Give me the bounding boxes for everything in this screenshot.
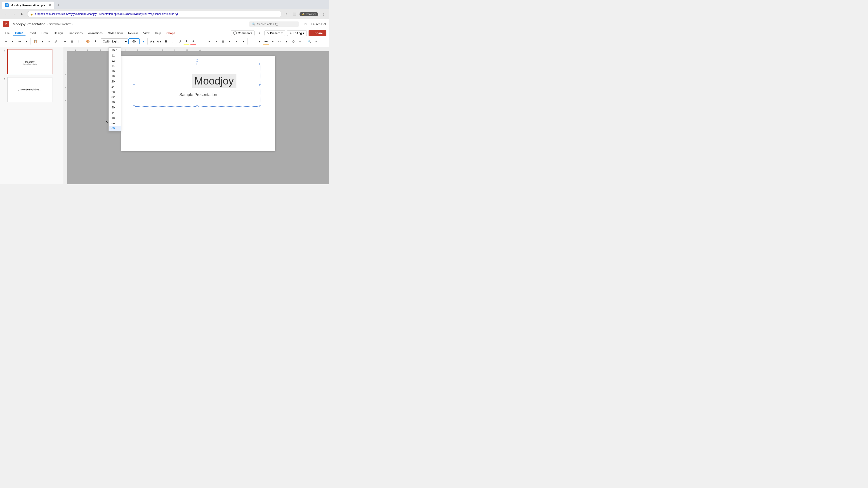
address-bar-row: ← → ↻ 🔒 dropbox.com/scl/fi/ds8xk05ovlyty… <box>0 9 329 19</box>
back-button[interactable]: ← <box>3 11 9 17</box>
font-size-decrease-button[interactable]: A▼ <box>156 38 162 44</box>
bullets-button[interactable]: ≡ <box>206 38 213 44</box>
slide-thumbnail-2[interactable]: Insert the words Here This is an explana… <box>7 77 53 102</box>
bold-button[interactable]: B <box>163 38 169 44</box>
font-size-option-18[interactable]: 18 <box>109 74 121 79</box>
outline-button[interactable]: ▭ <box>276 38 283 44</box>
shape-chevron[interactable]: ▾ <box>256 38 262 44</box>
forward-button[interactable]: → <box>11 11 17 17</box>
format-painter-button[interactable]: 🖌 <box>53 38 59 44</box>
slide-options-button[interactable]: ⋮ <box>75 38 82 44</box>
slide-thumbnail-1[interactable]: Moodjoy Sample Presentation <box>7 49 53 74</box>
numbering-button[interactable]: ⊟ <box>220 38 226 44</box>
incognito-badge: 🕵 Incognito <box>300 12 318 16</box>
numbering-chevron[interactable]: ▾ <box>226 38 233 44</box>
handle-tl[interactable] <box>133 63 135 65</box>
shape-button[interactable]: ○ <box>249 38 256 44</box>
font-size-option-60[interactable]: 60 <box>109 126 121 131</box>
comments-button[interactable]: 💬 Comments <box>231 30 254 36</box>
find-chevron[interactable]: ▾ <box>313 38 319 44</box>
bookmark-button[interactable]: ☆ <box>283 11 289 17</box>
menu-review[interactable]: Review <box>126 31 140 36</box>
align-chevron[interactable]: ▾ <box>240 38 246 44</box>
tab-close-button[interactable]: ✕ <box>49 4 51 7</box>
font-size-option-24[interactable]: 24 <box>109 84 121 89</box>
font-size-option-32[interactable]: 32 <box>109 94 121 100</box>
undo-chevron[interactable]: ▾ <box>9 38 16 44</box>
share-button[interactable]: ↑ Share <box>309 30 327 36</box>
font-size-option-10-5[interactable]: 10.5 <box>109 48 121 53</box>
cut-button[interactable]: ✂ <box>46 38 52 44</box>
menu-view[interactable]: View <box>141 31 152 36</box>
font-size-option-54[interactable]: 54 <box>109 121 121 126</box>
font-size-option-36[interactable]: 36 <box>109 100 121 105</box>
font-size-option-44[interactable]: 44 <box>109 110 121 115</box>
font-size-option-28[interactable]: 28 <box>109 89 121 94</box>
fill-button[interactable]: ▬ <box>263 38 269 44</box>
handle-bc[interactable] <box>196 105 198 107</box>
more-text-options[interactable]: ··· <box>197 38 203 44</box>
view-options-button[interactable]: ≡ <box>256 30 263 36</box>
theme-button[interactable]: 🎨 <box>85 38 91 44</box>
font-color-button[interactable]: A <box>190 38 196 44</box>
paste-button[interactable]: 📋 <box>32 38 39 44</box>
menu-dots-button[interactable]: ⋮ <box>320 11 327 17</box>
menu-design[interactable]: Design <box>52 31 65 36</box>
font-size-option-48[interactable]: 48 <box>109 115 121 121</box>
layout-button[interactable]: ⊞ <box>69 38 75 44</box>
settings-icon[interactable]: ⚙ <box>303 21 309 27</box>
redo-chevron[interactable]: ▾ <box>23 38 29 44</box>
menu-file[interactable]: File <box>3 31 12 36</box>
align-button[interactable]: ≡ <box>233 38 240 44</box>
handle-ml[interactable] <box>133 84 135 86</box>
editing-button[interactable]: ✏ Editing ▾ <box>287 30 307 36</box>
highlight-button[interactable]: A <box>183 38 190 44</box>
font-size-chevron[interactable]: ▾ <box>140 38 147 44</box>
paste-chevron[interactable]: ▾ <box>39 38 45 44</box>
font-size-increase-button[interactable]: A▲ <box>149 38 156 44</box>
redo-button[interactable]: ↪ <box>16 38 23 44</box>
underline-button[interactable]: U <box>177 38 183 44</box>
bullets-chevron[interactable]: ▾ <box>213 38 219 44</box>
present-button[interactable]: ▷ Present ▾ <box>265 30 285 36</box>
new-tab-button[interactable]: + <box>55 2 61 8</box>
font-size-option-14[interactable]: 14 <box>109 63 121 68</box>
address-bar[interactable]: 🔒 dropbox.com/scl/fi/ds8xk05ovlytyxnalh0… <box>27 11 281 18</box>
menu-shape[interactable]: Shape <box>164 31 178 36</box>
font-size-input[interactable] <box>128 38 140 44</box>
menu-transitions[interactable]: Transitions <box>66 31 85 36</box>
handle-tr[interactable] <box>259 63 261 65</box>
handle-br[interactable] <box>259 105 261 107</box>
undo-button[interactable]: ↩ <box>3 38 9 44</box>
browser-tab[interactable]: M Moodjoy Presentation.pptx ✕ <box>2 2 54 9</box>
menu-animations[interactable]: Animations <box>86 31 105 36</box>
menu-help[interactable]: Help <box>153 31 163 36</box>
font-size-option-40[interactable]: 40 <box>109 105 121 110</box>
italic-button[interactable]: I <box>170 38 176 44</box>
menu-home[interactable]: Home <box>13 30 26 36</box>
split-screen-button[interactable]: ⬜ <box>291 11 298 17</box>
reset-button[interactable]: ↺ <box>92 38 98 44</box>
handle-bl[interactable] <box>133 105 135 107</box>
font-size-option-11[interactable]: 11 <box>109 53 121 58</box>
menu-insert[interactable]: Insert <box>26 31 38 36</box>
find-button[interactable]: 🔍 <box>306 38 312 44</box>
font-size-option-20[interactable]: 20 <box>109 79 121 84</box>
slide-canvas[interactable]: Moodjoy Sample Presentation <box>121 56 275 151</box>
effects-button[interactable]: ⬡ <box>290 38 296 44</box>
font-size-option-12[interactable]: 12 <box>109 58 121 63</box>
rotate-handle[interactable] <box>196 59 198 62</box>
effects-chevron[interactable]: ▾ <box>297 38 303 44</box>
menu-slideshow[interactable]: Slide Show <box>106 31 125 36</box>
new-slide-button[interactable]: + <box>62 38 68 44</box>
fill-chevron[interactable]: ▾ <box>270 38 276 44</box>
font-size-option-16[interactable]: 16 <box>109 68 121 74</box>
menu-draw[interactable]: Draw <box>39 31 51 36</box>
handle-tc[interactable] <box>196 63 198 65</box>
font-family-select[interactable]: Calibri Light <box>101 38 128 44</box>
search-input[interactable] <box>257 22 293 26</box>
outline-chevron[interactable]: ▾ <box>283 38 289 44</box>
refresh-button[interactable]: ↻ <box>19 11 25 17</box>
search-bar[interactable]: 🔍 <box>249 22 299 27</box>
font-size-dropdown[interactable]: 10.5 11 12 14 16 18 20 24 28 32 36 40 44… <box>108 47 121 131</box>
